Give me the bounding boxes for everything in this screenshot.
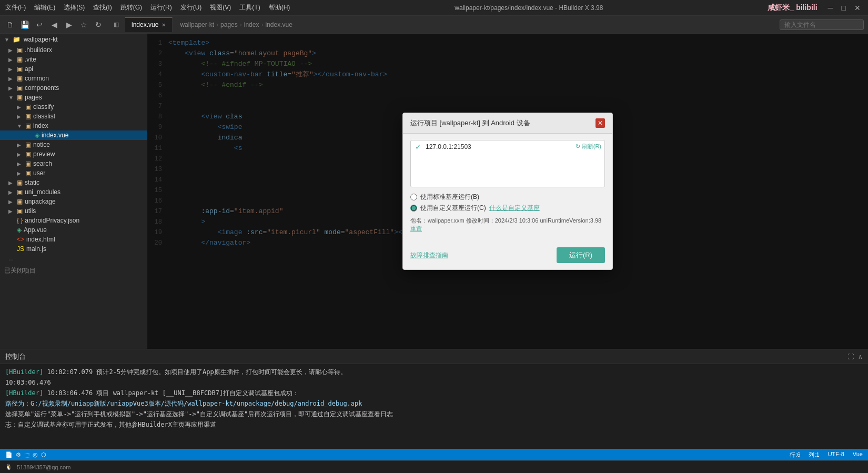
tab-index-vue[interactable]: index.vue ✕ — [125, 17, 173, 32]
project-name: wallpaper-kt — [24, 36, 58, 43]
bilibili-logo: 咸虾米_ bilibili — [768, 3, 817, 13]
tree-item-app-vue[interactable]: ◈ App.vue — [0, 225, 147, 235]
close-button[interactable]: ✕ — [852, 4, 863, 12]
file-search-input[interactable] — [780, 19, 864, 30]
status-icon-plugin: ⬡ — [41, 451, 46, 458]
tab-icon: ◧ — [110, 19, 122, 31]
console-line-2: 10:03:06.476 — [5, 378, 863, 387]
radio-custom[interactable]: 使用自定义基座运行(C) 什么是自定义基座 — [410, 204, 605, 213]
maximize-button[interactable]: □ — [840, 4, 848, 12]
run-button[interactable]: 运行(R) — [557, 247, 605, 263]
forward-button[interactable]: ▶ — [63, 19, 75, 31]
tree-item-utils[interactable]: ▶ ▣ utils — [0, 206, 147, 216]
tree-item-classify[interactable]: ▶ ▣ classify — [0, 102, 147, 112]
new-file-button[interactable]: 🗋 — [4, 19, 16, 31]
refresh-button[interactable]: ↻ 刷新(R) — [576, 143, 601, 150]
expand-icon: ▶ — [8, 76, 15, 82]
expand-icon: ▶ — [8, 66, 15, 72]
breadcrumb-part-1: pages — [220, 21, 238, 28]
toolbar: 🗋 💾 ↩ ◀ ▶ ☆ ↻ ◧ index.vue ✕ wallpaper-kt… — [0, 16, 868, 34]
tree-item-index-vue[interactable]: ◈ index.vue — [0, 130, 147, 140]
tab-close-icon[interactable]: ✕ — [162, 22, 166, 28]
project-arrow-icon: ▼ — [4, 37, 9, 43]
menu-tools[interactable]: 工具(T) — [239, 3, 260, 12]
minimize-button[interactable]: ─ — [826, 4, 835, 12]
custom-base-link[interactable]: 什么是自定义基座 — [489, 204, 540, 213]
console-line-1: [HBuilder] 10:02:07.079 预计2-5分钟完成打包。如项目使… — [5, 367, 863, 377]
menu-run[interactable]: 运行(R) — [150, 3, 172, 12]
console-controls[interactable]: ⛶ ∧ — [847, 353, 863, 360]
tree-item-static[interactable]: ▶ ▣ static — [0, 178, 147, 187]
tree-label: pages — [25, 94, 42, 101]
console-text-5: 选择菜单"运行"菜单->"运行到手机或模拟器"->"运行基座选择"->"自定义调… — [5, 410, 393, 418]
refresh-button[interactable]: ↻ — [93, 19, 104, 31]
folder-icon-uni-modules: ▣ — [17, 188, 23, 196]
file-icon-index-vue: ◈ — [35, 132, 39, 139]
tree-item-main-js[interactable]: JS main.js — [0, 244, 147, 254]
tree-item-user[interactable]: ▶ ▣ user — [0, 168, 147, 178]
folder-icon-unpackage: ▣ — [17, 198, 23, 205]
undo-button[interactable]: ↩ — [34, 19, 45, 31]
dialog-footer: 故障排查指南 运行(R) — [403, 243, 612, 269]
back-button[interactable]: ◀ — [48, 19, 60, 31]
tree-label: .vite — [25, 56, 36, 63]
expand-icon: ▶ — [8, 47, 15, 53]
menu-file[interactable]: 文件(F) — [5, 3, 26, 12]
folder-icon-notice: ▣ — [25, 141, 31, 148]
tree-item-android-privacy[interactable]: { } androidPrivacy.json — [0, 216, 147, 225]
console-expand-icon[interactable]: ⛶ — [847, 353, 854, 360]
tree-label: uni_modules — [25, 188, 60, 196]
console-prefix-1: [HBuilder] — [5, 368, 43, 376]
file-icon-app-vue: ◈ — [17, 226, 22, 234]
menu-edit[interactable]: 编辑(E) — [34, 3, 55, 12]
radio-standard[interactable]: 使用标准基座运行(B) — [410, 193, 605, 202]
menu-select[interactable]: 选择(S) — [64, 3, 85, 12]
troubleshoot-link[interactable]: 故障排查指南 — [410, 251, 448, 260]
radio-custom-input[interactable] — [410, 205, 417, 212]
tree-item-unpackage[interactable]: ▶ ▣ unpackage — [0, 197, 147, 206]
tree-item-hbuilderx[interactable]: ▶ ▣ .hbuilderx — [0, 45, 147, 55]
tree-item-preview[interactable]: ▶ ▣ preview — [0, 149, 147, 159]
breadcrumb-part-3: index.vue — [265, 21, 292, 28]
expand-icon: ▶ — [17, 114, 23, 119]
tree-label: preview — [33, 150, 55, 158]
menu-goto[interactable]: 跳转(G) — [120, 3, 142, 12]
project-folder-icon: 📁 — [13, 36, 21, 43]
menu-view[interactable]: 视图(V) — [210, 3, 231, 12]
expand-icon: ▶ — [17, 104, 23, 110]
tree-item-notice[interactable]: ▶ ▣ notice — [0, 140, 147, 149]
radio-standard-input[interactable] — [410, 194, 417, 200]
console-text-6: 志：自定义调试基座亦可用于正式发布，其他参HBuilderX主页再应用渠道 — [5, 421, 216, 428]
menu-find[interactable]: 查找(I) — [93, 3, 112, 12]
tree-item-vite[interactable]: ▶ ▣ .vite — [0, 55, 147, 64]
bookmark-button[interactable]: ☆ — [78, 19, 89, 31]
tree-label: static — [25, 179, 39, 186]
status-lang: Vue — [853, 451, 863, 459]
menu-bar[interactable]: 文件(F) 编辑(E) 选择(S) 查找(I) 跳转(G) 运行(R) 发行(U… — [5, 3, 290, 12]
tree-item-pages[interactable]: ▼ ▣ pages — [0, 93, 147, 102]
tree-item-api[interactable]: ▶ ▣ api — [0, 64, 147, 74]
refresh-icon: ↻ — [576, 143, 580, 150]
expand-icon: ▶ — [8, 199, 15, 205]
reset-link[interactable]: 重置 — [410, 225, 422, 232]
menu-help[interactable]: 帮助(H) — [269, 3, 290, 12]
expand-icon: ▶ — [17, 170, 23, 176]
project-root[interactable]: ▼ 📁 wallpaper-kt — [0, 34, 147, 45]
save-button[interactable]: 💾 — [19, 19, 31, 31]
close-project-item[interactable]: 已关闭项目 — [0, 265, 147, 276]
dialog-body: ↻ 刷新(R) ✓ 127.0.0.1:21503 使用标准基座运行(B) — [403, 134, 612, 243]
file-icon-json: { } — [17, 217, 23, 224]
tree-item-classlist[interactable]: ▶ ▣ classlist — [0, 112, 147, 121]
tree-item-uni-modules[interactable]: ▶ ▣ uni_modules — [0, 187, 147, 197]
tree-label: index — [33, 122, 48, 129]
tree-item-components[interactable]: ▶ ▣ components — [0, 83, 147, 93]
console-collapse-icon[interactable]: ∧ — [858, 353, 863, 360]
tree-label: index.vue — [42, 132, 68, 139]
window-controls[interactable]: ─ □ ✕ — [826, 4, 863, 12]
dialog-close-button[interactable]: ✕ — [596, 118, 605, 128]
tree-item-index[interactable]: ▼ ▣ index — [0, 121, 147, 130]
tree-item-common[interactable]: ▶ ▣ common — [0, 74, 147, 83]
tree-item-index-html[interactable]: <> index.html — [0, 235, 147, 244]
tree-item-search[interactable]: ▶ ▣ search — [0, 159, 147, 168]
menu-publish[interactable]: 发行(U) — [180, 3, 202, 12]
